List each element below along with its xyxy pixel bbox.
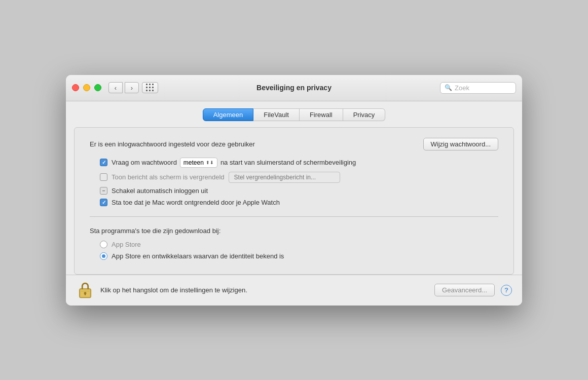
content-area: Er is een inlogwachtwoord ingesteld voor… — [74, 127, 514, 275]
minimize-button[interactable] — [83, 84, 90, 91]
divider — [90, 216, 498, 217]
titlebar: ‹ › Beveiliging en privacy 🔍 Zoek — [66, 75, 522, 101]
section2-title: Sta programma's toe die zijn gedownload … — [90, 227, 498, 235]
password-row: Er is een inlogwachtwoord ingesteld voor… — [90, 138, 498, 150]
checkbox-wachtwoord[interactable] — [100, 159, 107, 166]
checkbox-row-3: Schakel automatisch inloggen uit — [90, 187, 498, 195]
password-label: Er is een inlogwachtwoord ingesteld voor… — [90, 140, 423, 148]
tab-privacy[interactable]: Privacy — [343, 108, 386, 121]
checkbox-row-4: Sta toe dat je Mac wordt ontgrendeld doo… — [90, 199, 498, 206]
close-button[interactable] — [72, 84, 79, 91]
tabbar: Algemeen FileVault Firewall Privacy — [66, 101, 522, 127]
bottom-text: Klik op het hangslot om de instellingen … — [100, 286, 428, 294]
forward-button[interactable]: › — [125, 82, 139, 93]
change-password-button[interactable]: Wijzig wachtwoord... — [423, 138, 498, 150]
radio-row-2: App Store en ontwikkelaars waarvan de id… — [90, 252, 498, 260]
grid-button[interactable] — [142, 82, 158, 93]
search-box[interactable]: 🔍 Zoek — [440, 82, 516, 94]
tab-filevault[interactable]: FileVault — [253, 108, 300, 121]
checkbox-label-post-1: na start van sluimerstand of schermbevei… — [220, 159, 356, 166]
chevron-down-icon: ⬆⬇ — [206, 160, 214, 165]
checkbox-label-4: Sta toe dat je Mac wordt ontgrendeld doo… — [112, 199, 280, 206]
lock-icon[interactable] — [76, 281, 94, 299]
checkbox-toon-bericht[interactable] — [100, 173, 107, 181]
radio-label-2: App Store en ontwikkelaars waarvan de id… — [112, 252, 284, 260]
dropdown-value: meteen — [183, 159, 204, 166]
radio-label-1: App Store — [112, 241, 141, 248]
maximize-button[interactable] — [94, 84, 101, 91]
grid-icon — [146, 84, 155, 92]
radio-appstore[interactable] — [100, 241, 107, 248]
dropdown-meteen[interactable]: meteen ⬆⬇ — [180, 158, 217, 168]
help-button[interactable]: ? — [501, 285, 512, 296]
traffic-lights — [72, 84, 101, 91]
radio-row-1: App Store — [90, 241, 498, 248]
checkbox-apple-watch[interactable] — [100, 199, 107, 206]
main-window: ‹ › Beveiliging en privacy 🔍 Zoek Algeme… — [66, 75, 522, 306]
svg-rect-3 — [85, 293, 86, 295]
checkbox-label-2: Toon bericht als scherm is vergrendeld — [112, 173, 225, 181]
checkbox-label-3: Schakel automatisch inloggen uit — [112, 187, 208, 195]
search-placeholder: Zoek — [455, 84, 469, 92]
checkbox-label-pre-1: Vraag om wachtwoord — [112, 159, 177, 166]
tab-firewall[interactable]: Firewall — [300, 108, 343, 121]
advanced-button[interactable]: Geavanceerd... — [434, 284, 495, 296]
window-title: Beveiliging en privacy — [256, 84, 332, 92]
checkbox-autologin[interactable] — [100, 187, 107, 195]
tab-algemeen[interactable]: Algemeen — [203, 108, 254, 121]
bottombar: Klik op het hangslot om de instellingen … — [66, 275, 522, 306]
radio-appstore-dev[interactable] — [100, 252, 107, 260]
checkbox-row-2: Toon bericht als scherm is vergrendeld — [90, 172, 498, 183]
nav-buttons: ‹ › — [108, 82, 139, 93]
back-button[interactable]: ‹ — [108, 82, 123, 93]
search-icon: 🔍 — [445, 84, 452, 91]
checkbox-row-1: Vraag om wachtwoord meteen ⬆⬇ na start v… — [90, 158, 498, 168]
vergrendeling-input[interactable] — [229, 172, 340, 183]
